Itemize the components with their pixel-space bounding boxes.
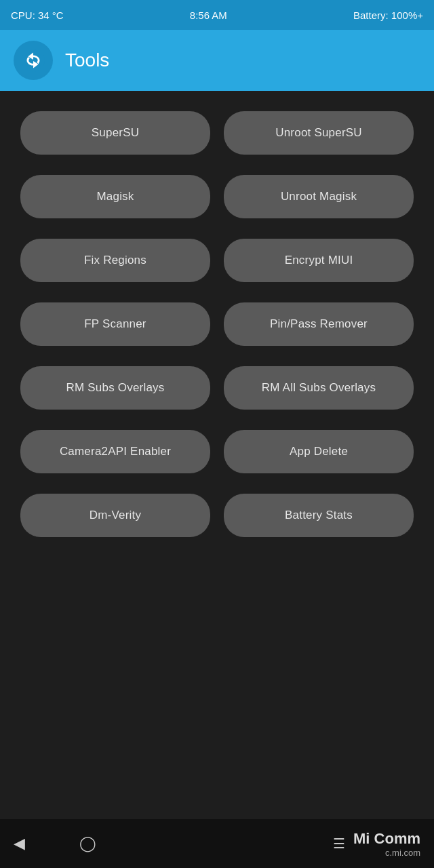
home-icon[interactable]: ◯ <box>79 835 96 852</box>
dm-verity-button[interactable]: Dm-Verity <box>20 494 210 537</box>
fix-regions-button[interactable]: Fix Regions <box>20 239 210 282</box>
svg-point-0 <box>22 49 45 72</box>
brand: Mi Comm c.mi.com <box>353 830 420 858</box>
battery-status: Battery: 100%+ <box>353 9 423 21</box>
magisk-button[interactable]: Magisk <box>20 175 210 218</box>
pin-pass-remover-button[interactable]: Pin/Pass Remover <box>224 302 414 346</box>
clock: 8:56 AM <box>190 9 227 21</box>
back-icon[interactable]: ◀ <box>14 835 25 852</box>
app-delete-button[interactable]: App Delete <box>224 430 414 473</box>
app-logo <box>14 41 53 80</box>
rm-all-subs-overlays-button[interactable]: RM All Subs Overlays <box>224 366 414 410</box>
nav-bar: ◀ ◯ ☰ Mi Comm c.mi.com <box>0 819 434 868</box>
camera2api-enabler-button[interactable]: Camera2API Enabler <box>20 430 210 473</box>
battery-stats-button[interactable]: Battery Stats <box>224 494 414 537</box>
status-bar: CPU: 34 °C 8:56 AM Battery: 100%+ <box>0 0 434 30</box>
menu-icon: ☰ <box>333 835 345 852</box>
brand-name: Mi Comm <box>353 830 420 848</box>
nav-left-icons: ◀ ◯ <box>14 835 96 852</box>
app-bar: Tools <box>0 30 434 91</box>
brand-wrapper: ☰ Mi Comm c.mi.com <box>333 830 420 858</box>
unroot-supersu-button[interactable]: Unroot SuperSU <box>224 111 414 155</box>
brand-url: c.mi.com <box>385 848 420 858</box>
tools-grid: SuperSUUnroot SuperSUMagiskUnroot Magisk… <box>0 91 434 819</box>
fp-scanner-button[interactable]: FP Scanner <box>20 302 210 346</box>
rm-subs-overlays-button[interactable]: RM Subs Overlays <box>20 366 210 410</box>
supersu-button[interactable]: SuperSU <box>20 111 210 155</box>
page-title: Tools <box>65 50 109 71</box>
unroot-magisk-button[interactable]: Unroot Magisk <box>224 175 414 218</box>
cpu-temp: CPU: 34 °C <box>11 9 64 21</box>
encrypt-miui-button[interactable]: Encrypt MIUI <box>224 239 414 282</box>
